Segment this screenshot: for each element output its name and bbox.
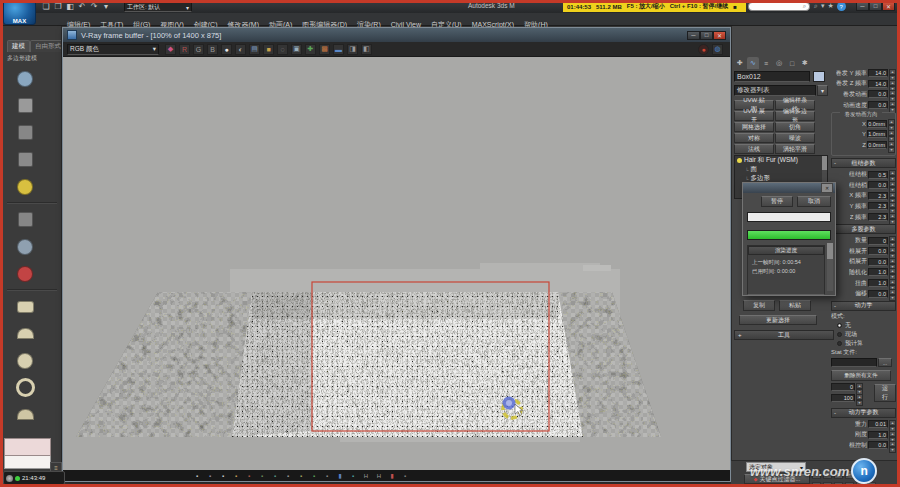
tools-rollout-header[interactable]: + 工具 [734, 330, 834, 340]
dialog-close-button[interactable]: ✕ [821, 183, 833, 193]
rollout-header-27[interactable]: -动力学参数 [831, 408, 896, 418]
modifier-button-5[interactable]: 切角 [775, 122, 815, 132]
paste-selection-button[interactable]: 粘贴 [779, 300, 811, 311]
param-value-field[interactable]: 2.3 [868, 192, 888, 200]
search-icon[interactable]: ⌕ [814, 2, 818, 11]
radio-option-预计算[interactable]: 预计算 [831, 339, 896, 348]
modifier-button-7[interactable]: 噪波 [775, 133, 815, 143]
recorder-timer-bar[interactable]: 21:43:49 [3, 471, 65, 485]
alpha-channel-icon[interactable]: ● [221, 44, 232, 55]
favorites-icon[interactable]: ★ [827, 2, 833, 11]
spinner-arrows[interactable]: ▴▾ [889, 90, 896, 99]
param-value-field[interactable]: 0.0 [868, 247, 888, 255]
radio-dot-icon[interactable] [837, 341, 842, 346]
maximize-button[interactable]: □ [869, 1, 882, 11]
vfb-bottom-icon-3[interactable]: ▪ [232, 472, 240, 480]
hierarchy-tab-icon[interactable]: ≡ [760, 57, 772, 69]
rollout-header-18[interactable]: -动力学 [831, 301, 896, 311]
vfb-bottom-icon-0[interactable]: ▪ [193, 472, 201, 480]
vfb-bottom-icon-7[interactable]: ▪ [284, 472, 292, 480]
param-value-field[interactable]: 0.0mm [867, 141, 887, 149]
modifier-button-8[interactable]: 法线 [734, 144, 774, 154]
param-value-field[interactable]: 0.0 [868, 90, 888, 98]
param-value-field[interactable]: 0.0 [868, 290, 888, 298]
minimize-button[interactable]: ─ [856, 1, 869, 11]
spinner-arrows[interactable]: ▴▾ [856, 383, 863, 392]
rounded-rect-tool-icon[interactable] [3, 293, 47, 320]
cancel-button[interactable]: 取消 [797, 196, 831, 207]
cone-tool-icon[interactable] [3, 401, 47, 428]
spinner-arrows[interactable]: ▴▾ [889, 101, 896, 110]
dialog-titlebar[interactable]: ✕ [743, 183, 835, 193]
list-tool-icon[interactable] [3, 119, 47, 146]
copy-selection-button[interactable]: 复制 [743, 300, 775, 311]
vfb-bottom-icon-16[interactable]: ▪ [401, 472, 409, 480]
modifier-list-dropdown[interactable]: 修改器列表 [734, 85, 816, 96]
compare-a-icon[interactable]: ◨ [347, 44, 358, 55]
run-simulation-button[interactable]: 运行 [874, 384, 896, 402]
motion-tab-icon[interactable]: ◎ [773, 57, 785, 69]
param-value-field[interactable]: 14.0 [868, 69, 888, 77]
sim-start-field[interactable]: 0 [831, 383, 855, 391]
delete-all-files-button[interactable]: 删除所有文件 [831, 370, 891, 381]
create-tab-icon[interactable]: ✚ [734, 57, 746, 69]
display-tab-icon[interactable]: □ [786, 57, 798, 69]
modifier-button-9[interactable]: 涡轮平滑 [775, 144, 815, 154]
spinner-arrows[interactable]: ▴▾ [889, 431, 896, 440]
vfb-close-button[interactable]: ✕ [713, 31, 726, 40]
app-logo[interactable]: MAX [3, 0, 36, 25]
disc-tool-icon[interactable] [3, 347, 47, 374]
spinner-arrows[interactable]: ▴▾ [888, 130, 895, 139]
param-value-field[interactable]: 0.0mm [867, 120, 887, 128]
clear-image-icon[interactable]: ◌ [277, 44, 288, 55]
vfb-bottom-icon-5[interactable]: ▪ [258, 472, 266, 480]
vfb-bottom-icon-15[interactable]: ▮ [388, 472, 396, 480]
spinner-arrows[interactable]: ▴▾ [889, 170, 896, 179]
load-image-icon[interactable]: ■ [263, 44, 274, 55]
radio-dot-icon[interactable] [837, 332, 842, 337]
region-render-icon[interactable]: ▩ [319, 44, 330, 55]
stat-file-field[interactable] [831, 358, 877, 367]
dome-tool-icon[interactable] [3, 320, 47, 347]
ribbon-tab-modeling[interactable]: 建模 [7, 40, 30, 52]
radio-option-现场[interactable]: 现场 [831, 330, 896, 339]
rollout-header-5[interactable]: -纽结参数 [831, 158, 896, 168]
spinner-arrows[interactable]: ▴▾ [889, 289, 896, 298]
spinner-arrows[interactable]: ▴▾ [889, 69, 896, 78]
sphere-tool-icon[interactable] [3, 65, 47, 92]
vfb-minimize-button[interactable]: ─ [687, 31, 700, 40]
vfb-bottom-icon-12[interactable]: ▪ [349, 472, 357, 480]
param-value-field[interactable]: 0.01 [868, 420, 888, 428]
moon-tool-icon[interactable] [3, 233, 47, 260]
object-name-field[interactable]: Box012 [734, 71, 810, 82]
vfb-bottom-icon-6[interactable]: ▪ [271, 472, 279, 480]
update-selection-button[interactable]: 更新选择 [739, 315, 817, 325]
close-button[interactable]: ✕ [882, 1, 895, 11]
wrench-tool-icon[interactable] [3, 206, 47, 233]
modifier-button-4[interactable]: 网格选择 [734, 122, 774, 132]
render-last-icon[interactable]: ◍ [712, 44, 723, 55]
param-value-field[interactable]: 2.3 [868, 202, 888, 210]
modifier-list-arrow[interactable]: ▾ [817, 85, 828, 96]
vfb-bottom-icon-8[interactable]: ▪ [297, 472, 305, 480]
param-value-field[interactable]: 1.0mm [867, 130, 887, 138]
spinner-arrows[interactable]: ▴▾ [888, 141, 895, 150]
spinner-arrows[interactable]: ▴▾ [889, 268, 896, 277]
param-value-field[interactable]: 0.0 [868, 441, 888, 449]
compare-b-icon[interactable]: ◧ [361, 44, 372, 55]
open-file-icon[interactable]: ❐ [52, 2, 64, 11]
vfb-maximize-button[interactable]: □ [700, 31, 713, 40]
stop-render-icon[interactable]: ● [698, 44, 709, 55]
spinner-arrows[interactable]: ▴▾ [889, 279, 896, 288]
spinner-arrows[interactable]: ▴▾ [889, 80, 896, 89]
redo-icon[interactable]: ↷ [88, 2, 100, 11]
help-icon[interactable]: ? [837, 2, 846, 11]
param-value-field[interactable]: 0.5 [868, 171, 888, 179]
spinner-down-icon[interactable]: ▾ [888, 147, 895, 153]
new-file-icon[interactable]: ❏ [40, 2, 52, 11]
grid-tool-icon[interactable] [3, 146, 47, 173]
utilities-tab-icon[interactable]: ✱ [799, 57, 811, 69]
workspace-dropdown[interactable]: 工作区: 默认▾ [124, 2, 192, 12]
spinner-arrows[interactable]: ▴▾ [889, 202, 896, 211]
modify-tab-icon[interactable]: ∿ [747, 57, 759, 69]
